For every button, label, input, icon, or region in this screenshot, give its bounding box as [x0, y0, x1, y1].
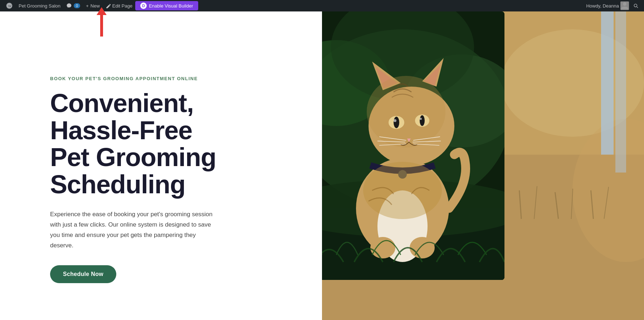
cat-image: [322, 11, 504, 280]
wp-logo-button[interactable]: [3, 0, 16, 11]
hero-description: Experience the ease of booking your pet'…: [50, 209, 215, 251]
schedule-now-button[interactable]: Schedule Now: [50, 265, 116, 283]
svg-point-42: [420, 115, 425, 126]
search-button[interactable]: [630, 0, 641, 11]
svg-point-40: [394, 119, 396, 122]
new-icon: +: [86, 3, 89, 9]
user-avatar[interactable]: [620, 1, 629, 10]
comments-count: 0: [74, 3, 80, 8]
svg-point-54: [410, 237, 435, 258]
hero-right-section: [322, 11, 644, 320]
edit-page-label: Edit Page: [112, 3, 132, 9]
svg-point-39: [394, 117, 399, 128]
divi-icon: D: [140, 3, 147, 9]
page-content: Book your pet's grooming appointment onl…: [0, 11, 644, 320]
arrow-indicator: [97, 7, 107, 37]
arrow-stem: [100, 15, 103, 37]
site-name-label: Pet Grooming Salon: [19, 3, 60, 9]
comment-icon: [66, 3, 72, 9]
site-name-link[interactable]: Pet Grooming Salon: [16, 0, 63, 11]
enable-vb-label: Enable Visual Builder: [149, 3, 193, 9]
howdy-text: Howdy, Deanna: [586, 3, 619, 9]
hero-left-section: Book your pet's grooming appointment onl…: [0, 11, 322, 320]
adminbar-right: Howdy, Deanna: [586, 0, 641, 11]
enable-visual-builder-button[interactable]: D Enable Visual Builder: [135, 1, 198, 10]
svg-rect-5: [601, 11, 614, 155]
hero-heading: Convenient, Hassle-Free Pet Grooming Sch…: [50, 90, 301, 198]
svg-point-53: [370, 237, 395, 258]
svg-point-37: [367, 76, 445, 147]
svg-rect-6: [615, 11, 626, 173]
svg-point-43: [420, 118, 422, 120]
arrow-up: [97, 7, 107, 15]
search-icon: [633, 3, 639, 9]
hero-subtitle: Book your pet's grooming appointment onl…: [50, 76, 301, 81]
svg-point-52: [363, 162, 442, 219]
comments-link[interactable]: 0: [63, 0, 83, 11]
edit-page-link[interactable]: Edit Page: [103, 0, 135, 11]
